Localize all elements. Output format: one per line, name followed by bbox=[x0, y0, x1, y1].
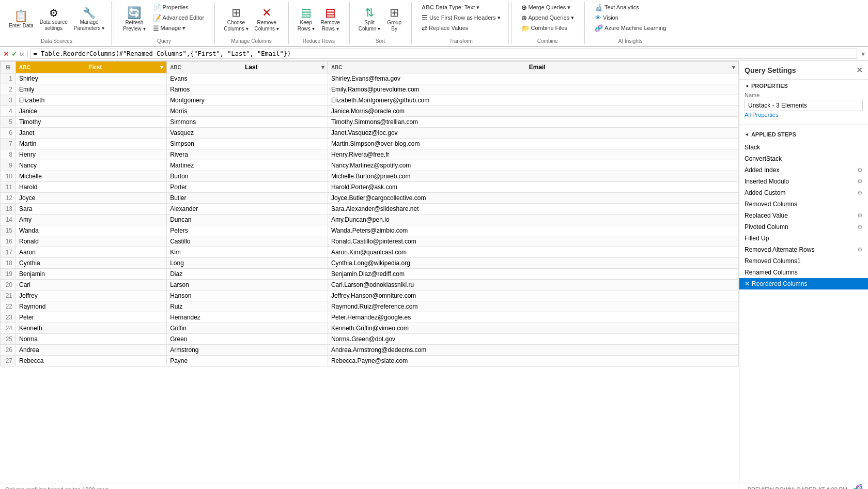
cell-first: Cynthia bbox=[16, 258, 167, 269]
table-row[interactable]: 15 Wanda Peters Wanda.Peters@zimbio.com bbox=[1, 225, 739, 236]
step-gear-removed-alternate-rows[interactable]: ⚙ bbox=[857, 246, 863, 253]
table-row[interactable]: 16 Ronald Castillo Ronald.Castillo@pinte… bbox=[1, 236, 739, 247]
table-row[interactable]: 20 Carl Larson Carl.Larson@odnoklassniki… bbox=[1, 280, 739, 291]
table-row[interactable]: 11 Harold Porter Harold.Porter@ask.com bbox=[1, 182, 739, 193]
table-row[interactable]: 5 Timothy Simmons Timothy.Simmons@trelli… bbox=[1, 117, 739, 128]
split-column-button[interactable]: ⇅ SplitColumn ▾ bbox=[356, 2, 383, 37]
table-row[interactable]: 26 Andrea Armstrong Andrea.Armstrong@ded… bbox=[1, 345, 739, 356]
properties-button[interactable]: 📄 Properties bbox=[149, 2, 208, 12]
choose-columns-button[interactable]: ⊞ ChooseColumns ▾ bbox=[221, 2, 251, 37]
table-row[interactable]: 23 Peter Hernandez Peter.Hernandez@googl… bbox=[1, 312, 739, 323]
table-row[interactable]: 25 Norma Green Norma.Green@dot.gov bbox=[1, 334, 739, 345]
data-type-button[interactable]: ABC Data Type: Text ▾ bbox=[418, 2, 504, 12]
row-num: 3 bbox=[1, 95, 16, 106]
table-row[interactable]: 17 Aaron Kim Aaron.Kim@quantcast.com bbox=[1, 247, 739, 258]
table-row[interactable]: 8 Henry Rivera Henry.Rivera@free.fr bbox=[1, 149, 739, 160]
combine-files-button[interactable]: 📁 Combine Files bbox=[518, 23, 578, 33]
merge-queries-button[interactable]: ⊕ Merge Queries ▾ bbox=[518, 2, 578, 12]
grid-table-wrapper[interactable]: ⊞ ABC First ▾ ABC bbox=[0, 61, 739, 483]
row-num: 10 bbox=[1, 171, 16, 182]
cell-email: Ronald.Castillo@pinterest.com bbox=[328, 236, 738, 247]
step-gear-replaced-value[interactable]: ⚙ bbox=[857, 212, 863, 219]
step-item-replaced-value[interactable]: Replaced Value ⚙ bbox=[739, 210, 868, 221]
step-gear-pivoted-column[interactable]: ⚙ bbox=[857, 223, 863, 231]
col-header-last[interactable]: ABC Last ▾ bbox=[167, 62, 328, 73]
step-item-stack[interactable]: Stack bbox=[739, 142, 868, 153]
cell-first: Shirley bbox=[16, 73, 167, 84]
formula-accept-button[interactable]: ✓ bbox=[11, 50, 18, 58]
group-by-button[interactable]: ⊞ GroupBy bbox=[384, 2, 405, 37]
col-header-first[interactable]: ABC First ▾ bbox=[16, 62, 167, 73]
data-source-settings-button[interactable]: ⚙ Data sourcesettings bbox=[37, 2, 70, 37]
remove-columns-button[interactable]: ✕ RemoveColumns ▾ bbox=[252, 2, 282, 37]
step-item-added-index[interactable]: Added Index ⚙ bbox=[739, 164, 868, 176]
data-grid-table: ⊞ ABC First ▾ ABC bbox=[0, 61, 739, 366]
col-email-filter[interactable]: ▾ bbox=[732, 64, 735, 71]
step-item-renamed-columns[interactable]: Renamed Columns bbox=[739, 267, 868, 278]
formula-input[interactable] bbox=[30, 49, 857, 59]
formula-cancel-button[interactable]: ✕ bbox=[3, 50, 9, 58]
combine-items: ⊕ Merge Queries ▾ ⊕ Append Queries ▾ 📁 C… bbox=[518, 2, 578, 37]
step-gear-added-index[interactable]: ⚙ bbox=[857, 166, 863, 174]
query-settings-close-button[interactable]: ✕ bbox=[856, 65, 863, 75]
enter-data-button[interactable]: 📋 Enter Data bbox=[6, 2, 36, 37]
all-properties-link[interactable]: All Properties bbox=[745, 112, 778, 118]
cell-last: Morris bbox=[167, 106, 328, 117]
keep-rows-icon: ▤ bbox=[301, 7, 312, 19]
table-row[interactable]: 9 Nancy Martinez Nancy.Martinez@spotify.… bbox=[1, 160, 739, 171]
query-name-input[interactable] bbox=[745, 100, 863, 111]
table-row[interactable]: 24 Kenneth Griffin Kenneth.Griffin@vimeo… bbox=[1, 323, 739, 334]
use-first-row-button[interactable]: ☰ Use First Row as Headers ▾ bbox=[418, 12, 504, 23]
col-last-type-icon: ABC bbox=[170, 65, 181, 70]
keep-rows-button[interactable]: ▤ KeepRows ▾ bbox=[295, 2, 317, 37]
table-body: 1 Shirley Evans Shirley.Evans@fema.gov 2… bbox=[1, 73, 739, 366]
step-item-reordered-columns[interactable]: ✕ Reordered Columns bbox=[739, 278, 868, 289]
advanced-editor-button[interactable]: 📝 Advanced Editor bbox=[149, 12, 208, 23]
table-row[interactable]: 2 Emily Ramos Emily.Ramos@purevolume.com bbox=[1, 84, 739, 95]
step-item-removed-alternate-rows[interactable]: Removed Alternate Rows ⚙ bbox=[739, 244, 868, 255]
append-queries-button[interactable]: ⊕ Append Queries ▾ bbox=[518, 12, 578, 23]
azure-ml-button[interactable]: 🧬 Azure Machine Learning bbox=[591, 23, 670, 33]
table-row[interactable]: 12 Joyce Butler Joyce.Butler@cargocollec… bbox=[1, 193, 739, 204]
table-row[interactable]: 14 Amy Duncan Amy.Duncan@pen.io bbox=[1, 215, 739, 225]
step-gear-inserted-modulo[interactable]: ⚙ bbox=[857, 178, 863, 185]
vision-button[interactable]: 👁 Vision bbox=[591, 12, 670, 23]
table-row[interactable]: 6 Janet Vasquez Janet.Vasquez@loc.gov bbox=[1, 128, 739, 139]
step-label-removed-columns: Removed Columns bbox=[745, 201, 797, 208]
table-row[interactable]: 22 Raymond Ruiz Raymond.Ruiz@reference.c… bbox=[1, 301, 739, 312]
table-row[interactable]: 1 Shirley Evans Shirley.Evans@fema.gov bbox=[1, 73, 739, 84]
replace-values-button[interactable]: ⇄ Replace Values bbox=[418, 23, 504, 33]
step-item-convert-stack[interactable]: ConvertStack bbox=[739, 153, 868, 164]
manage-parameters-button[interactable]: 🔧 ManageParameters ▾ bbox=[71, 2, 107, 37]
table-row[interactable]: 3 Elizabeth Montgomery Elizabeth.Montgom… bbox=[1, 95, 739, 106]
transform-items: ABC Data Type: Text ▾ ☰ Use First Row as… bbox=[418, 2, 504, 37]
table-row[interactable]: 7 Martin Simpson Martin.Simpson@over-blo… bbox=[1, 139, 739, 149]
step-item-added-custom[interactable]: Added Custom ⚙ bbox=[739, 187, 868, 198]
table-row[interactable]: 10 Michelle Burton Michelle.Burton@prweb… bbox=[1, 171, 739, 182]
step-item-filled-up[interactable]: Filled Up bbox=[739, 233, 868, 244]
formula-expand-button[interactable]: ▾ bbox=[861, 50, 865, 58]
ribbon-group-data-sources: 📋 Enter Data ⚙ Data sourcesettings 🔧 Man… bbox=[2, 1, 112, 45]
col-last-filter[interactable]: ▾ bbox=[321, 64, 324, 71]
step-item-removed-columns[interactable]: Removed Columns bbox=[739, 198, 868, 210]
step-delete-reordered-columns[interactable]: ✕ bbox=[745, 280, 750, 287]
step-item-pivoted-column[interactable]: Pivoted Column ⚙ bbox=[739, 221, 868, 233]
table-row[interactable]: 19 Benjamin Diaz Benjamin.Diaz@rediff.co… bbox=[1, 269, 739, 280]
text-analytics-button[interactable]: 🔬 Text Analytics bbox=[591, 2, 670, 12]
table-row[interactable]: 13 Sara Alexander Sara.Alexander@slidesh… bbox=[1, 204, 739, 215]
manage-button[interactable]: ☰ Manage ▾ bbox=[149, 23, 208, 33]
step-label-inserted-modulo: Inserted Modulo bbox=[745, 178, 789, 185]
col-first-filter[interactable]: ▾ bbox=[160, 64, 163, 71]
advanced-editor-label: Advanced Editor bbox=[163, 14, 205, 21]
remove-rows-button[interactable]: ▤ RemoveRows ▾ bbox=[318, 2, 343, 37]
col-header-email[interactable]: ABC Email ▾ bbox=[328, 62, 738, 73]
main-layout: ⊞ ABC First ▾ ABC bbox=[0, 61, 868, 483]
table-row[interactable]: 18 Cynthia Long Cynthia.Long@wikipedia.o… bbox=[1, 258, 739, 269]
step-item-removed-columns1[interactable]: Removed Columns1 bbox=[739, 255, 868, 267]
table-row[interactable]: 21 Jeffrey Hanson Jeffrey.Hanson@omnitur… bbox=[1, 291, 739, 301]
table-row[interactable]: 4 Janice Morris Janice.Morris@oracle.com bbox=[1, 106, 739, 117]
step-item-inserted-modulo[interactable]: Inserted Modulo ⚙ bbox=[739, 176, 868, 187]
step-gear-added-custom[interactable]: ⚙ bbox=[857, 189, 863, 196]
table-row[interactable]: 27 Rebecca Payne Rebecca.Payne@slate.com bbox=[1, 356, 739, 366]
refresh-preview-button[interactable]: 🔄 RefreshPreview ▾ bbox=[120, 2, 148, 37]
